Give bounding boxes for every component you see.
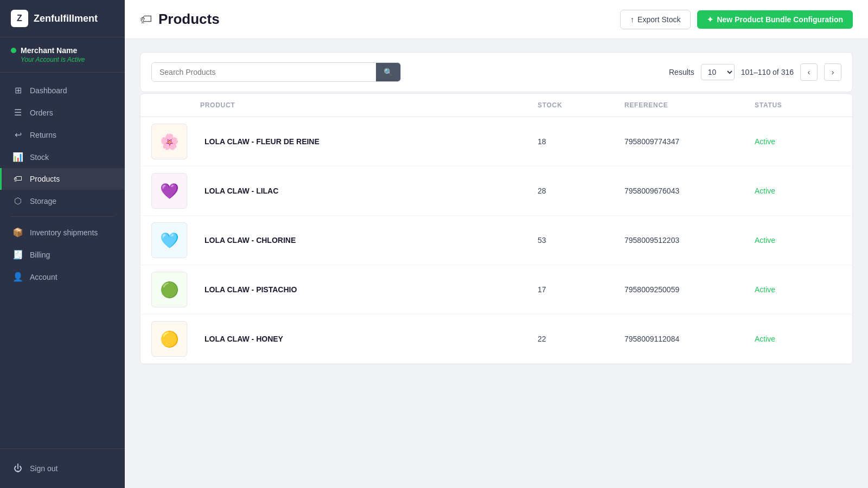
main-content: 🏷 Products ↑ Export Stock ✦ New Product … [125,0,868,488]
sidebar-item-returns[interactable]: ↩ Returns [0,124,125,146]
product-name: LOLA CLAW - LILAC [200,187,538,195]
sidebar-logo: Z Zenfulfillment [0,0,125,37]
content-area: 🔍 Results 102550100 101–110 of 316 ‹ › P… [125,39,868,488]
product-reference: 7958009774347 [624,137,755,146]
product-status: Active [755,236,841,245]
product-name: LOLA CLAW - CHLORINE [200,236,538,245]
col-stock: STOCK [538,101,624,109]
search-pagination-bar: 🔍 Results 102550100 101–110 of 316 ‹ › [140,52,853,92]
col-product: PRODUCT [200,101,538,109]
col-reference: REFERENCE [624,101,755,109]
col-status: STATUS [755,101,841,109]
sidebar-item-products[interactable]: 🏷 Products [0,168,125,190]
col-thumb [151,101,200,109]
pagination-info: 101–110 of 316 [741,68,794,76]
sidebar-item-label: Returns [30,131,56,139]
signout-icon: ⏻ [12,464,23,473]
product-stock: 53 [538,236,624,245]
product-stock: 22 [538,335,624,343]
product-stock: 17 [538,285,624,294]
results-label: Results [669,68,694,76]
stock-icon: 📊 [12,152,23,162]
product-thumbnail: 🩵 [151,222,187,258]
signout-label: Sign out [30,464,58,473]
search-icon: 🔍 [384,68,393,76]
next-page-button[interactable]: › [824,63,841,81]
product-status: Active [755,187,841,195]
signout-area: ⏻ Sign out [0,448,125,488]
sidebar-item-storage[interactable]: ⬡ Storage [0,190,125,212]
nav-items: ⊞ Dashboard☰ Orders↩ Returns📊 Stock🏷 Pro… [0,73,125,448]
status-dot [11,48,16,53]
product-stock: 18 [538,137,624,146]
page-title-area: 🏷 Products [140,11,220,28]
product-reference: 7958009112084 [624,335,755,343]
table-row[interactable]: 🟡 LOLA CLAW - HONEY 22 7958009112084 Act… [141,314,852,364]
sidebar-item-label: Orders [30,108,53,117]
merchant-status-text: Your Account is Active [11,56,114,63]
products-icon: 🏷 [12,174,23,184]
table-header: PRODUCT STOCK REFERENCE STATUS [141,94,852,117]
product-thumbnail: 💜 [151,173,187,209]
sidebar-item-label: Account [30,273,58,281]
new-bundle-button[interactable]: ✦ New Product Bundle Configuration [697,10,853,29]
sidebar-item-label: Dashboard [30,86,67,95]
product-reference: 7958009250059 [624,285,755,294]
sidebar: Z Zenfulfillment Merchant Name Your Acco… [0,0,125,488]
merchant-info: Merchant Name Your Account is Active [0,37,125,73]
sidebar-item-inventory-shipments[interactable]: 📦 Inventory shipments [0,221,125,243]
product-status: Active [755,285,841,294]
search-button[interactable]: 🔍 [376,63,400,81]
table-row[interactable]: 🟢 LOLA CLAW - PISTACHIO 17 7958009250059… [141,265,852,314]
search-box: 🔍 [151,62,401,82]
table-row[interactable]: 🩵 LOLA CLAW - CHLORINE 53 7958009512203 … [141,216,852,265]
sidebar-item-dashboard[interactable]: ⊞ Dashboard [0,79,125,101]
sidebar-item-orders[interactable]: ☰ Orders [0,101,125,124]
returns-icon: ↩ [12,130,23,140]
product-thumbnail: 🌸 [151,124,187,159]
billing-icon: 🧾 [12,249,23,260]
sidebar-item-label: Products [30,175,60,183]
sidebar-item-stock[interactable]: 📊 Stock [0,146,125,168]
search-input[interactable] [152,63,376,81]
table-row[interactable]: 🌸 LOLA CLAW - FLEUR DE REINE 18 79580097… [141,117,852,166]
pagination-area: Results 102550100 101–110 of 316 ‹ › [669,63,841,81]
signout-button[interactable]: ⏻ Sign out [0,458,125,479]
sidebar-item-label: Stock [30,153,49,162]
bundle-icon: ✦ [707,15,713,24]
product-thumbnail: 🟢 [151,272,187,307]
product-name: LOLA CLAW - HONEY [200,335,538,343]
products-table: PRODUCT STOCK REFERENCE STATUS 🌸 LOLA CL… [140,93,853,364]
table-body: 🌸 LOLA CLAW - FLEUR DE REINE 18 79580097… [141,117,852,364]
page-title-icon: 🏷 [140,12,152,27]
results-per-page-select[interactable]: 102550100 [701,64,735,80]
logo-text: Zenfulfillment [34,13,98,24]
sidebar-item-account[interactable]: 👤 Account [0,266,125,288]
product-stock: 28 [538,187,624,195]
export-label: Export Stock [637,15,680,24]
inventory-shipments-icon: 📦 [12,227,23,237]
orders-icon: ☰ [12,107,23,118]
product-name: LOLA CLAW - PISTACHIO [200,285,538,294]
export-stock-button[interactable]: ↑ Export Stock [620,10,691,29]
export-icon: ↑ [630,15,634,24]
product-status: Active [755,335,841,343]
nav-divider [11,216,114,217]
sidebar-item-label: Storage [30,197,56,206]
topbar: 🏷 Products ↑ Export Stock ✦ New Product … [125,0,868,39]
sidebar-item-label: Inventory shipments [30,228,98,237]
bundle-label: New Product Bundle Configuration [717,15,843,24]
product-reference: 7958009676043 [624,187,755,195]
product-reference: 7958009512203 [624,236,755,245]
storage-icon: ⬡ [12,196,23,206]
product-thumbnail: 🟡 [151,321,187,357]
product-status: Active [755,137,841,146]
table-row[interactable]: 💜 LOLA CLAW - LILAC 28 7958009676043 Act… [141,166,852,216]
account-icon: 👤 [12,272,23,282]
sidebar-item-label: Billing [30,251,50,259]
sidebar-item-billing[interactable]: 🧾 Billing [0,243,125,266]
prev-page-button[interactable]: ‹ [800,63,818,81]
product-name: LOLA CLAW - FLEUR DE REINE [200,137,538,146]
merchant-name: Merchant Name [21,46,77,55]
topbar-actions: ↑ Export Stock ✦ New Product Bundle Conf… [620,10,853,29]
